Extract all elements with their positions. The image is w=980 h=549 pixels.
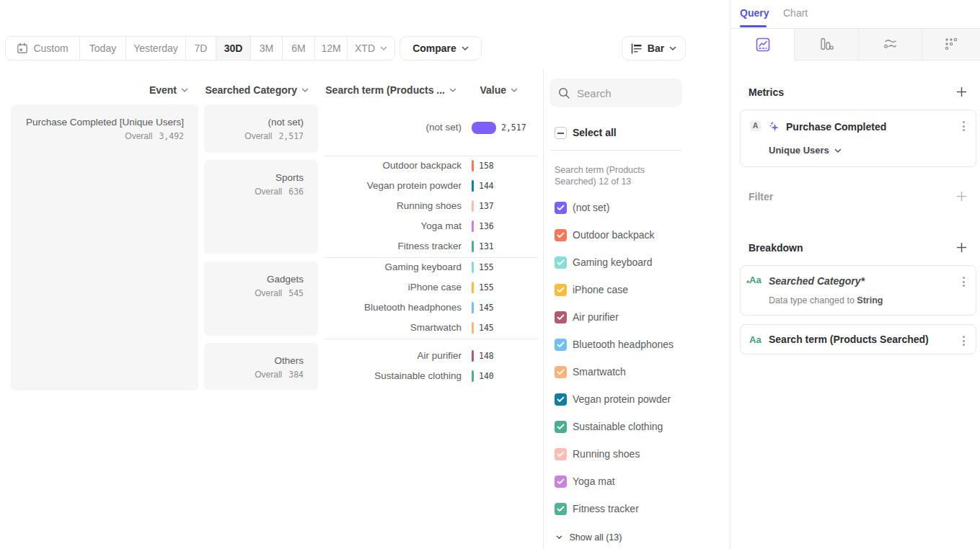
value-label: 137 [479, 196, 494, 216]
legend-item-label[interactable]: Air purifier [573, 311, 619, 323]
category-cell[interactable]: (not set)Overall2,517 [204, 104, 318, 153]
range-xtd[interactable]: XTD [348, 37, 394, 60]
insights-icon [756, 37, 770, 52]
legend-item-label[interactable]: iPhone case [573, 284, 628, 296]
search-term-label: Smartwatch [324, 318, 462, 338]
legend-checkbox[interactable] [555, 448, 567, 460]
column-header-event[interactable]: Event [11, 84, 188, 96]
legend-search-input[interactable] [577, 87, 671, 99]
range-3m[interactable]: 3M [251, 37, 283, 60]
report-tab-insights[interactable] [730, 28, 795, 61]
category-name: (not set) [213, 116, 304, 128]
value-label: 155 [479, 257, 494, 277]
value-label: 2,517 [501, 117, 526, 138]
legend-divider [549, 150, 681, 151]
chart-type-button[interactable]: Bar [622, 36, 686, 61]
metric-unit-selector[interactable]: Unique Users [769, 145, 842, 156]
range-30d[interactable]: 30D [216, 37, 251, 60]
legend-checkbox[interactable] [555, 284, 567, 296]
report-tab-retention[interactable] [922, 28, 980, 61]
add-metric-button[interactable] [956, 86, 967, 97]
select-all-label[interactable]: Select all [573, 127, 617, 139]
add-breakdown-button[interactable] [956, 242, 967, 253]
breakdown-card-searched-category[interactable]: Aa* Searched Category* Data type changed… [740, 265, 976, 316]
value-bar [472, 241, 474, 252]
funnels-icon [819, 37, 834, 51]
range-today[interactable]: Today [80, 37, 126, 60]
legend-checkbox[interactable] [555, 421, 567, 433]
sidebar-tabs-border [730, 28, 980, 29]
legend-item-label[interactable]: Outdoor backpack [573, 229, 655, 241]
value-bar [472, 220, 474, 232]
legend-item-label[interactable]: Sustainable clothing [573, 421, 663, 433]
category-cell[interactable]: OthersOverall384 [204, 343, 318, 390]
tab-chart[interactable]: Chart [783, 6, 808, 20]
legend-item-label[interactable]: Yoga mat [573, 476, 615, 488]
tab-query[interactable]: Query [740, 6, 769, 20]
legend-checkbox[interactable] [555, 339, 567, 351]
range-custom[interactable]: Custom [6, 37, 80, 60]
legend-checkbox[interactable] [555, 311, 567, 323]
legend-item-label[interactable]: Smartwatch [573, 366, 626, 378]
show-all-toggle[interactable]: Show all (13) [556, 530, 622, 543]
compare-button[interactable]: Compare [399, 36, 482, 61]
legend-checkbox[interactable] [555, 476, 567, 488]
legend-group-label-line1: Search term (Products [555, 164, 645, 176]
chevron-down-icon [380, 46, 387, 51]
column-header-value[interactable]: Value [457, 84, 518, 96]
overall-label: Overall [125, 130, 152, 142]
legend-checkbox[interactable] [555, 503, 567, 515]
check-icon [557, 205, 565, 211]
check-icon [557, 396, 565, 403]
chevron-down-icon [181, 88, 188, 93]
legend-item-label[interactable]: Fitness tracker [573, 503, 639, 515]
event-cell[interactable]: Purchase Completed [Unique Users] Overal… [11, 104, 198, 390]
flows-icon [883, 37, 899, 51]
tab-query-underline [740, 25, 767, 27]
metric-menu-button[interactable] [961, 120, 966, 133]
legend-item-label[interactable]: Running shoes [573, 448, 640, 460]
breakdown-menu-button[interactable] [961, 275, 966, 288]
legend-search[interactable] [549, 79, 682, 107]
chart-type-label: Bar [648, 43, 664, 54]
legend-checkbox[interactable] [555, 366, 567, 378]
category-cell[interactable]: GadgetsOverall545 [204, 262, 318, 336]
range-yesterday[interactable]: Yesterday [126, 37, 186, 60]
legend-item-label[interactable]: Vegan protein powder [573, 393, 671, 406]
value-bar [472, 180, 474, 192]
column-header-searched-category[interactable]: Searched Category [204, 84, 309, 96]
chevron-down-icon [462, 46, 469, 51]
breakdown-card-search-term[interactable]: Aa Search term (Products Searched) [740, 324, 976, 354]
search-term-label: Fitness tracker [324, 236, 462, 256]
range-12m[interactable]: 12M [315, 37, 348, 60]
add-filter-button[interactable] [956, 191, 967, 202]
category-overall-value: 545 [288, 287, 304, 299]
report-tab-flows[interactable] [858, 28, 922, 61]
value-label: 136 [479, 216, 494, 236]
category-name: Others [213, 354, 304, 367]
category-overall-value: 2,517 [278, 130, 304, 142]
insights-report: CustomTodayYesterday7D30D3M6M12MXTD Comp… [0, 0, 980, 549]
category-overall: Overall636 [213, 186, 304, 197]
select-all-checkbox[interactable] [555, 127, 567, 139]
legend-checkbox[interactable] [555, 256, 567, 269]
value-label: 155 [479, 277, 494, 298]
legend-item-label[interactable]: Bluetooth headphones [573, 339, 674, 351]
column-header-search-term[interactable]: Search term (Products ... [324, 84, 456, 96]
check-icon [557, 232, 565, 238]
overall-label: Overall [255, 369, 282, 380]
legend-item-label[interactable]: Gaming keyboard [573, 256, 653, 269]
category-overall: Overall2,517 [213, 130, 304, 142]
breakdown-menu-button[interactable] [961, 334, 966, 347]
legend-checkbox[interactable] [555, 202, 567, 214]
category-cell[interactable]: SportsOverall636 [204, 160, 318, 254]
metric-card[interactable]: A Purchase Completed Unique Users [740, 110, 976, 167]
legend-checkbox[interactable] [555, 229, 567, 241]
legend-item-label[interactable]: (not set) [573, 202, 609, 214]
legend-checkbox[interactable] [555, 393, 567, 406]
retention-icon [944, 37, 958, 51]
breakdown-label: Search term (Products Searched) [769, 334, 929, 345]
range-7d[interactable]: 7D [186, 37, 216, 60]
range-6m[interactable]: 6M [283, 37, 315, 60]
report-tab-funnels[interactable] [794, 28, 858, 61]
